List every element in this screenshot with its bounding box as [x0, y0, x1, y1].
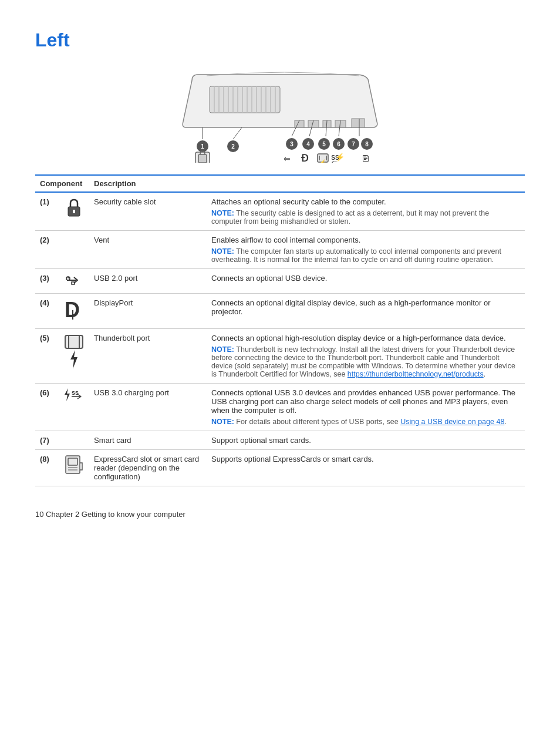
svg-text:⇐: ⇐ — [284, 154, 291, 163]
svg-line-21 — [233, 127, 242, 139]
row-desc: Enables airflow to cool internal compone… — [207, 231, 525, 269]
thunderbolt-link[interactable]: https://thunderbolttechnology.net/produc… — [348, 370, 484, 378]
page-title: Left — [35, 29, 525, 51]
row-desc: Connects an optional high-resolution dis… — [207, 329, 525, 384]
row-name: USB 3.0 charging port — [89, 384, 207, 431]
row-name: DisplayPort — [89, 294, 207, 329]
svg-text:🖹: 🖹 — [361, 153, 370, 163]
svg-rect-44 — [198, 154, 207, 163]
row-num: (7) — [35, 431, 59, 450]
row-desc: Connects an optional digital display dev… — [207, 294, 525, 329]
svg-text:4: 4 — [306, 141, 310, 147]
row-name: USB 2.0 port — [89, 269, 207, 294]
svg-marker-66 — [65, 388, 70, 401]
svg-text:SS: SS — [72, 390, 79, 396]
col-description: Description — [89, 175, 525, 192]
row-icon — [59, 431, 89, 450]
svg-text:⇐: ⇐ — [332, 159, 337, 163]
row-name: ExpressCard slot or smart card reader (d… — [89, 450, 207, 486]
row-desc: Support optional smart cards. — [207, 431, 525, 450]
components-table: Component Description (1) Security cable… — [35, 174, 525, 486]
svg-text:1: 1 — [201, 143, 204, 150]
row-num: (6) — [35, 384, 59, 431]
table-row: (2) Vent Enables airflow to cool interna… — [35, 231, 525, 269]
svg-text:8: 8 — [365, 141, 369, 147]
row-icon — [59, 329, 89, 384]
svg-rect-58 — [72, 282, 75, 284]
svg-text:2: 2 — [231, 143, 235, 150]
row-icon — [59, 450, 89, 486]
row-icon — [59, 231, 89, 269]
col-component: Component — [35, 175, 89, 192]
row-num: (1) — [35, 192, 59, 231]
table-row: (3) USB 2.0 port Connects an optional US… — [35, 269, 525, 294]
svg-text:3: 3 — [290, 141, 294, 147]
row-num: (4) — [35, 294, 59, 329]
row-name: Security cable slot — [89, 192, 207, 231]
row-num: (3) — [35, 269, 59, 294]
svg-rect-0 — [210, 86, 280, 113]
row-name: Smart card — [89, 431, 207, 450]
row-desc: Supports optional ExpressCards or smart … — [207, 450, 525, 486]
svg-text:6: 6 — [337, 141, 340, 147]
svg-text:⚡: ⚡ — [318, 159, 327, 163]
usb-device-link[interactable]: Using a USB device on page 48 — [400, 418, 504, 426]
row-num: (2) — [35, 231, 59, 269]
table-row: (7) Smart card Support optional smart ca… — [35, 431, 525, 450]
row-icon: D — [59, 294, 89, 329]
svg-rect-15 — [295, 120, 304, 127]
svg-rect-62 — [65, 335, 83, 348]
row-desc: Attaches an optional security cable to t… — [207, 192, 525, 231]
svg-rect-56 — [73, 210, 75, 213]
row-num: (5) — [35, 329, 59, 384]
svg-text:7: 7 — [352, 141, 355, 147]
row-icon: SS — [59, 384, 89, 431]
svg-marker-65 — [70, 350, 77, 369]
table-row: (4) D DisplayPort Connects an optional d… — [35, 294, 525, 329]
row-name: Vent — [89, 231, 207, 269]
laptop-diagram: 1 2 3 4 5 6 7 8 ⇐ Ɖ ⚡ SS ⚡ ⇐ 🖹 — [174, 63, 386, 163]
svg-text:Ɖ: Ɖ — [301, 153, 309, 163]
row-desc: Connects an optional USB device. — [207, 269, 525, 294]
row-icon — [59, 269, 89, 294]
table-row: (1) Security cable slot Attaches an opti… — [35, 192, 525, 231]
row-desc: Connects optional USB 3.0 devices and pr… — [207, 384, 525, 431]
row-icon — [59, 192, 89, 231]
table-row: (5) Thunderbolt port Connects an optiona… — [35, 329, 525, 384]
svg-text:⚡: ⚡ — [335, 152, 345, 162]
svg-rect-19 — [352, 119, 365, 127]
svg-text:5: 5 — [322, 141, 326, 147]
table-row: (8) ExpressCard slot or smart card reade… — [35, 450, 525, 486]
footer: 10 Chapter 2 Getting to know your comput… — [35, 510, 525, 519]
row-num: (8) — [35, 450, 59, 486]
table-row: (6) SS USB 3.0 charging port Connects op… — [35, 384, 525, 431]
row-name: Thunderbolt port — [89, 329, 207, 384]
